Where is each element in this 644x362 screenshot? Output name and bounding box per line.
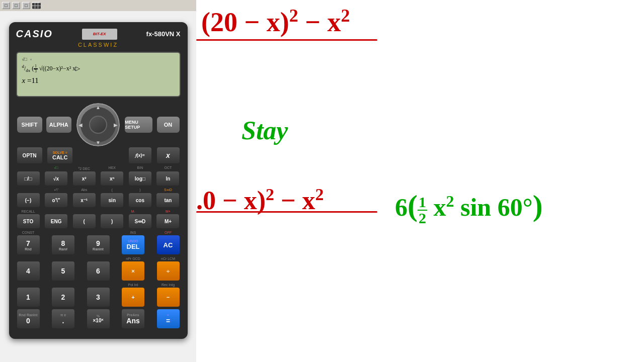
fraction-button[interactable]: □/□ bbox=[17, 171, 40, 186]
menu-setup-button[interactable]: MENU SETUP bbox=[125, 117, 152, 133]
optn-button[interactable]: OPTN bbox=[17, 147, 42, 163]
bitex-logo: BIT-EX bbox=[82, 29, 117, 40]
five-button[interactable]: 5 bbox=[52, 261, 74, 281]
six-button[interactable]: 6 bbox=[87, 261, 110, 281]
four-button[interactable]: 4 bbox=[17, 261, 40, 281]
sin-button[interactable]: sin bbox=[101, 193, 123, 207]
logbox-button[interactable]: log□ bbox=[129, 171, 151, 186]
sd-button[interactable]: S⇔D bbox=[129, 214, 151, 228]
button-row-3-labels: ∘'\" Abs ( ) S⇔D bbox=[16, 188, 181, 192]
taskbar-btn-3[interactable]: □ bbox=[22, 2, 30, 9]
model-text: fx-580VN X bbox=[146, 30, 181, 38]
nav-right[interactable]: ▶ bbox=[113, 122, 119, 128]
divide-button[interactable]: ÷ bbox=[157, 261, 180, 281]
three-button[interactable]: 3 bbox=[87, 288, 110, 307]
top-red-line bbox=[196, 39, 377, 41]
mplus-button[interactable]: M+ bbox=[156, 214, 179, 228]
fx-button[interactable]: 𝑓(x)= bbox=[129, 147, 151, 163]
tan-button[interactable]: tan bbox=[156, 193, 179, 207]
nav-center-button[interactable] bbox=[89, 116, 107, 134]
top-expression: (20 − x)2 − x2 bbox=[201, 5, 350, 38]
negate-button[interactable]: (−) bbox=[17, 193, 40, 207]
whiteboard: (20 − x)2 − x2 Stay .0 − x)2 − x2 6(12 x… bbox=[196, 0, 644, 362]
bottom-left-expression: .0 − x)2 − x2 bbox=[196, 185, 324, 215]
calc-display: √□▫ d/dx (13 √((20−x)²−x² x▷ x =11 bbox=[16, 52, 181, 97]
cos-button[interactable]: cos bbox=[129, 193, 151, 207]
alpha-button[interactable]: ALPHA bbox=[46, 117, 71, 133]
x-button[interactable]: x bbox=[157, 147, 180, 163]
calc-button[interactable]: SOLVE = CALC bbox=[47, 147, 72, 163]
button-row-2-labels: √□ x2 DEC HEX BIN OCT bbox=[16, 166, 181, 170]
button-row-1: OPTN SOLVE = CALC 𝑓(x)= x bbox=[16, 147, 181, 163]
display-formula: d/dx (13 √((20−x)²−x² x▷ bbox=[22, 63, 175, 74]
numpad-row-1-labels: CONST INS OFF bbox=[16, 231, 181, 234]
numpad-row-3: 1 2 3 + − bbox=[16, 288, 181, 307]
math-content: (20 − x)2 − x2 Stay .0 − x)2 − x2 6(12 x… bbox=[196, 0, 644, 362]
display-indicators: √□▫ bbox=[22, 57, 175, 62]
button-row-4: STO ENG ( ) S⇔D M+ bbox=[16, 214, 181, 228]
button-row-0: SHIFT ALPHA ▲ ▼ ◀ ▶ MENU SETUP ON bbox=[16, 102, 181, 147]
nav-left[interactable]: ◀ bbox=[77, 122, 84, 128]
degree-button[interactable]: o'\" bbox=[45, 193, 67, 207]
multiply-button[interactable]: × bbox=[122, 261, 144, 281]
nav-cluster[interactable]: ▲ ▼ ◀ ▶ bbox=[75, 102, 121, 147]
nav-up[interactable]: ▲ bbox=[95, 104, 101, 110]
numpad-row-2: 4 5 6 × ÷ bbox=[16, 261, 181, 281]
ln-button[interactable]: ln bbox=[156, 171, 179, 186]
numpad-row-3-labels: Pol Int Rec Intg bbox=[16, 283, 181, 287]
del-button[interactable]: UNDODEL bbox=[122, 235, 144, 254]
nav-down[interactable]: ▼ bbox=[95, 139, 101, 145]
taskbar-btn-2[interactable]: □ bbox=[12, 2, 20, 9]
button-row-3: (−) o'\" x⁻¹ sin cos tan bbox=[16, 193, 181, 207]
calc-header: CASIO BIT-EX fx-580VN X bbox=[16, 28, 181, 40]
sqrt-button[interactable]: √x bbox=[45, 171, 67, 186]
taskbar-btn-1[interactable]: □ bbox=[2, 2, 10, 9]
decimal-button[interactable]: π e. bbox=[52, 309, 74, 328]
taskbar-btn-4[interactable] bbox=[32, 2, 40, 9]
casio-logo: CASIO bbox=[16, 28, 53, 40]
sto-button[interactable]: STO bbox=[17, 214, 40, 228]
calculator: CASIO BIT-EX fx-580VN X CLASSWIZ √□▫ d/d… bbox=[9, 22, 188, 339]
ac-button[interactable]: AC bbox=[157, 235, 180, 254]
exp-button[interactable]: %×10ˣ bbox=[87, 309, 110, 328]
classwiz-label: CLASSWIZ bbox=[16, 42, 181, 48]
numpad-row-1: 7Rnd 8Ran# 9Ranint UNDODEL AC bbox=[16, 235, 181, 254]
open-paren-button[interactable]: ( bbox=[73, 214, 96, 228]
ans-button[interactable]: PreAnsAns bbox=[122, 309, 144, 328]
button-row-2: □/□ √x x² xⁿ log□ ln bbox=[16, 171, 181, 186]
shift-button[interactable]: SHIFT bbox=[17, 117, 42, 133]
inverse-button[interactable]: x⁻¹ bbox=[73, 193, 96, 207]
zero-button[interactable]: Rnd RanInt0 bbox=[17, 309, 40, 328]
two-button[interactable]: 2 bbox=[52, 288, 74, 307]
nine-button[interactable]: 9Ranint bbox=[87, 235, 110, 254]
square-button[interactable]: x² bbox=[73, 171, 96, 186]
stay-label: Stay bbox=[242, 116, 288, 145]
eight-button[interactable]: 8Ran# bbox=[52, 235, 74, 254]
numpad-row-4: Rnd RanInt0 π e. %×10ˣ PreAnsAns ≈= bbox=[16, 309, 181, 328]
numpad-row-2-labels: nPr GCD nCr LCM bbox=[16, 257, 181, 260]
bottom-right-expression: 6(12 x2 sin 60°) bbox=[395, 189, 543, 226]
seven-button[interactable]: 7Rnd bbox=[17, 235, 40, 254]
on-button[interactable]: ON bbox=[157, 117, 180, 133]
eng-button[interactable]: ENG bbox=[45, 214, 67, 228]
button-row-4-labels: RECALL M- M+ bbox=[16, 210, 181, 213]
plus-button[interactable]: + bbox=[122, 288, 144, 307]
display-result: x =11 bbox=[22, 76, 175, 85]
minus-button[interactable]: − bbox=[157, 288, 180, 307]
power-button[interactable]: xⁿ bbox=[101, 171, 123, 186]
close-paren-button[interactable]: ) bbox=[101, 214, 123, 228]
one-button[interactable]: 1 bbox=[17, 288, 40, 307]
equals-button[interactable]: ≈= bbox=[157, 309, 180, 328]
taskbar: □ □ □ bbox=[0, 0, 196, 11]
